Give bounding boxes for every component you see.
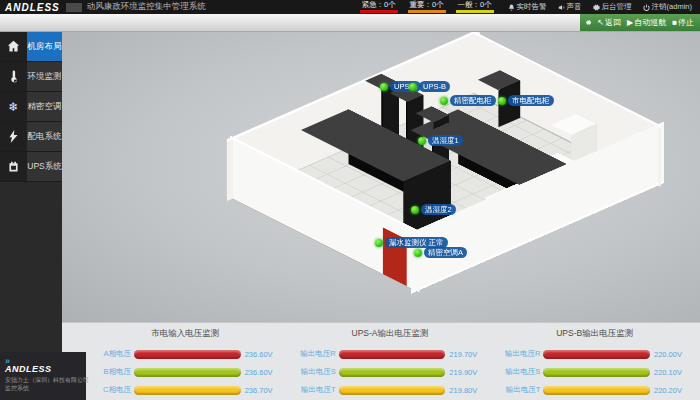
- play-icon: ▶: [627, 18, 633, 27]
- footer-logo: ANDLESS: [5, 364, 82, 374]
- room-3d-view[interactable]: UPS-A UPS-B 精密配电柜 市电配电柜 温湿度1 温湿度2 漏水监测仪 …: [62, 32, 700, 322]
- alarm-critical-count: 紧急：0个: [360, 1, 398, 13]
- footer-branding: » ANDLESS 安德力士（深圳）科技有限公司 监控系统: [0, 352, 86, 400]
- sidebar-item-environment[interactable]: 环境监测: [0, 62, 62, 92]
- footer-company: 安德力士（深圳）科技有限公司: [5, 376, 82, 384]
- battery-icon: [0, 152, 27, 181]
- voltage-bar: [134, 368, 241, 377]
- stop-icon: ■: [672, 18, 677, 27]
- power-icon: [643, 4, 650, 11]
- home-icon: [0, 32, 27, 61]
- voltage-bar: [339, 368, 446, 377]
- app-title: 动风康政环境监控集中管理系统: [87, 1, 206, 13]
- view-control-bar: ↖返回 ▶自动巡航 ■停止: [580, 14, 700, 31]
- sound-button[interactable]: 声音: [558, 2, 582, 12]
- major-underline: [408, 10, 446, 13]
- lightning-icon: [0, 122, 27, 151]
- voltage-row: C相电压 236.70V: [88, 381, 283, 399]
- header-buttons: 实时告警 声音 后台管理 注销(admin): [494, 2, 700, 12]
- speaker-icon: [558, 4, 565, 11]
- sidebar: 机房布局 环境监测 ❄ 精密空调 配电系统 UPS系统: [0, 32, 62, 400]
- snowflake-icon: ❄: [0, 92, 27, 121]
- voltage-row: 输出电压R 219.70V: [293, 345, 488, 363]
- sidebar-item-precision-ac[interactable]: ❄ 精密空调: [0, 92, 62, 122]
- thermometer-icon: [0, 62, 27, 91]
- sidebar-item-power-distribution[interactable]: 配电系统: [0, 122, 62, 152]
- device-marker-precision-pdu[interactable]: 精密配电柜: [440, 95, 496, 106]
- voltage-row: 输出电压T 219.80V: [293, 381, 488, 399]
- minor-underline: [456, 10, 494, 13]
- panel-mains-input: 市电输入电压监测 A相电压 236.60V B相电压 236.60V C相电压 …: [88, 328, 283, 400]
- voltage-panels: 市电输入电压监测 A相电压 236.60V B相电压 236.60V C相电压 …: [62, 322, 700, 400]
- voltage-bar: [339, 386, 446, 395]
- device-marker-temp-humidity-2[interactable]: 温湿度2: [411, 204, 456, 215]
- logo-badge: [66, 3, 82, 12]
- voltage-row: B相电压 236.60V: [88, 363, 283, 381]
- status-dot: [498, 97, 506, 105]
- logout-button[interactable]: 注销(admin): [643, 2, 692, 12]
- voltage-row: A相电压 236.60V: [88, 345, 283, 363]
- room-floor: [231, 93, 656, 291]
- voltage-bar: [543, 350, 650, 359]
- footer-dept: 监控系统: [5, 384, 82, 392]
- sub-toolbar: ↖返回 ▶自动巡航 ■停止: [0, 14, 700, 32]
- voltage-bar: [339, 350, 446, 359]
- status-dot: [418, 137, 426, 145]
- status-dot: [380, 83, 388, 91]
- settings-gear-icon[interactable]: [586, 18, 591, 27]
- voltage-row: 输出电压S 220.10V: [497, 363, 692, 381]
- realtime-alarm-button[interactable]: 实时告警: [508, 2, 547, 12]
- voltage-row: 输出电压T 220.20V: [497, 381, 692, 399]
- status-dot: [440, 97, 448, 105]
- voltage-bar: [543, 368, 650, 377]
- panel-ups-a-output: UPS-A输出电压监测 输出电压R 219.70V 输出电压S 219.90V …: [293, 328, 488, 400]
- voltage-bar: [134, 386, 241, 395]
- stop-cruise-button[interactable]: ■停止: [672, 17, 694, 28]
- alarm-major-count: 重要：0个: [408, 1, 446, 13]
- status-dot: [411, 206, 419, 214]
- gear-icon: [593, 4, 600, 11]
- top-bar: ANDLESS 动风康政环境监控集中管理系统 紧急：0个 重要：0个 一般：0个…: [0, 0, 700, 14]
- alarm-minor-count: 一般：0个: [456, 1, 494, 13]
- status-dot: [375, 239, 383, 247]
- voltage-row: 输出电压R 220.00V: [497, 345, 692, 363]
- voltage-row: 输出电压S 219.90V: [293, 363, 488, 381]
- sidebar-item-ups-system[interactable]: UPS系统: [0, 152, 62, 182]
- panel-ups-b-output: UPS-B输出电压监测 输出电压R 220.00V 输出电压S 220.10V …: [497, 328, 692, 400]
- panel-title: UPS-B输出电压监测: [497, 328, 692, 340]
- auto-cruise-button[interactable]: ▶自动巡航: [627, 17, 666, 28]
- sidebar-item-room-layout[interactable]: 机房布局: [0, 32, 62, 62]
- back-view-button[interactable]: ↖返回: [597, 17, 621, 28]
- device-marker-mains-pdu[interactable]: 市电配电柜: [498, 95, 554, 106]
- panel-title: UPS-A输出电压监测: [293, 328, 488, 340]
- bell-icon: [508, 4, 515, 11]
- status-dot: [414, 249, 422, 257]
- device-marker-precision-ac-a[interactable]: 精密空调A: [414, 247, 467, 258]
- device-marker-temp-humidity-1[interactable]: 温湿度1: [418, 135, 463, 146]
- back-arrow-icon: ↖: [597, 18, 604, 27]
- alarm-counters: 紧急：0个 重要：0个 一般：0个: [360, 1, 494, 13]
- voltage-bar: [134, 350, 241, 359]
- admin-button[interactable]: 后台管理: [593, 2, 632, 12]
- panel-title: 市电输入电压监测: [88, 328, 283, 340]
- device-marker-ups-b[interactable]: UPS-B: [409, 81, 450, 92]
- status-dot: [409, 83, 417, 91]
- app-logo: ANDLESS: [0, 2, 66, 13]
- voltage-bar: [543, 386, 650, 395]
- critical-underline: [360, 10, 398, 13]
